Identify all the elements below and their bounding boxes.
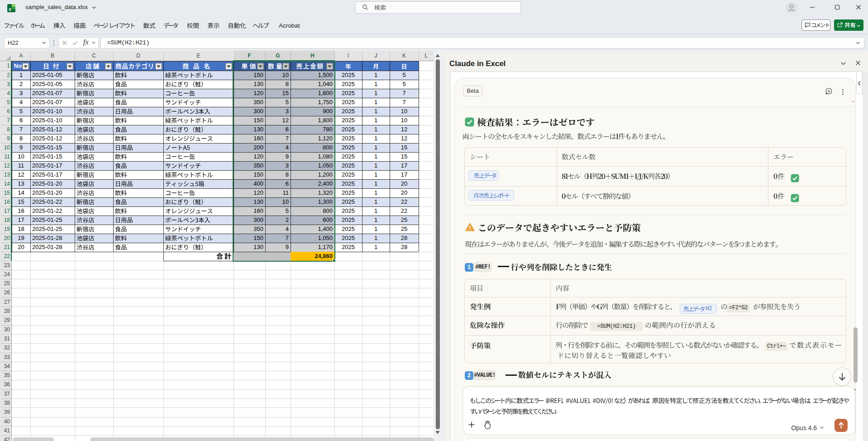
svg-text:x: x [9,6,12,12]
